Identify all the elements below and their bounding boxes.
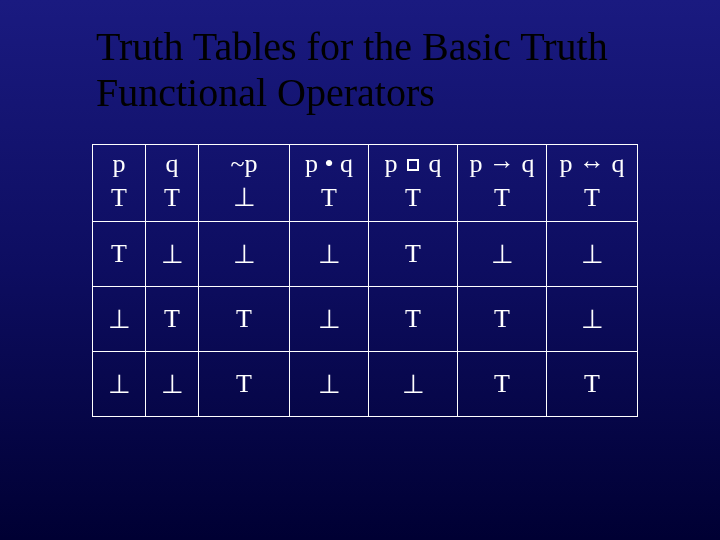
slide: Truth Tables for the Basic Truth Functio… (0, 0, 720, 540)
header-label: ~p (199, 150, 289, 179)
col-header-p: p T (93, 145, 146, 222)
cell: ⊥ (290, 352, 369, 417)
cell: ⊥ (290, 287, 369, 352)
header-label: p ↔ q (547, 150, 637, 179)
col-header-implies: p → q T (458, 145, 547, 222)
col-header-q: q T (146, 145, 199, 222)
cell: ⊥ (93, 287, 146, 352)
cell: ⊥ (199, 222, 290, 287)
cell: ⊥ (146, 222, 199, 287)
cell: ⊥ (547, 287, 638, 352)
header-label: p • q (290, 150, 368, 179)
header-first-value: T (458, 180, 546, 216)
header-first-value: T (290, 180, 368, 216)
truth-table: p T q T ~p ⊥ p • q T p q T p → q T (92, 144, 638, 417)
cell: ⊥ (290, 222, 369, 287)
header-label: p q (369, 150, 457, 179)
table-row: ⊥ ⊥ T ⊥ ⊥ T T (93, 352, 638, 417)
cell: T (93, 222, 146, 287)
slide-title: Truth Tables for the Basic Truth Functio… (96, 24, 672, 116)
cell: ⊥ (369, 352, 458, 417)
header-first-value: T (547, 180, 637, 216)
cell: T (146, 287, 199, 352)
col-header-bicond: p ↔ q T (547, 145, 638, 222)
header-label: q (146, 150, 198, 179)
cell: T (369, 222, 458, 287)
cell: T (547, 352, 638, 417)
header-first-value: ⊥ (199, 180, 289, 216)
cell: T (458, 287, 547, 352)
col-header-or: p q T (369, 145, 458, 222)
cell: ⊥ (146, 352, 199, 417)
header-label: p (93, 150, 145, 179)
table-header-row: p T q T ~p ⊥ p • q T p q T p → q T (93, 145, 638, 222)
header-first-value: T (146, 180, 198, 216)
header-first-value: T (369, 180, 457, 216)
cell: T (199, 352, 290, 417)
cell: ⊥ (458, 222, 547, 287)
col-header-not-p: ~p ⊥ (199, 145, 290, 222)
header-label: p → q (458, 150, 546, 179)
cell: ⊥ (93, 352, 146, 417)
cell: T (458, 352, 547, 417)
header-first-value: T (93, 180, 145, 216)
table-row: T ⊥ ⊥ ⊥ T ⊥ ⊥ (93, 222, 638, 287)
cell: T (369, 287, 458, 352)
square-icon (407, 159, 419, 171)
col-header-and: p • q T (290, 145, 369, 222)
table-row: ⊥ T T ⊥ T T ⊥ (93, 287, 638, 352)
cell: ⊥ (547, 222, 638, 287)
cell: T (199, 287, 290, 352)
